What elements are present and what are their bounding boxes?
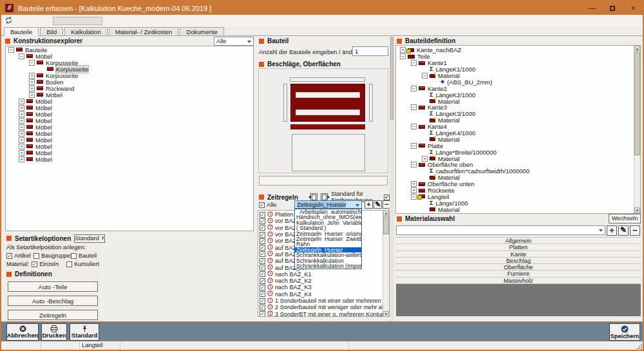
expand-toggle[interactable]: + (411, 187, 417, 193)
tab-kalkulation[interactable]: Kalkulation (64, 27, 107, 35)
abbrechen-button[interactable]: Abbrechen (6, 323, 39, 341)
dropdown-option[interactable]: Zeitregeln_Hueser (295, 247, 361, 252)
zeitregel-checkbox[interactable]: ✓ (260, 238, 265, 244)
tree-item[interactable]: ΣLängeK2/1000 (397, 91, 640, 98)
tab-bauteile[interactable]: Bauteile (4, 27, 39, 36)
artikel-checkbox[interactable]: ✓ (6, 253, 12, 259)
tree-item[interactable]: −Platte (397, 142, 640, 149)
tree-item[interactable]: Material (397, 206, 640, 213)
wechseln-zu-button[interactable]: Wechseln zu (609, 214, 641, 223)
zeitregel-checkbox[interactable]: ✓ (260, 298, 265, 304)
scroll-up-arrow[interactable]: ▲ (634, 46, 640, 52)
kumuliert-checkbox[interactable] (66, 261, 72, 267)
collapse-toggle[interactable]: − (29, 60, 35, 66)
einzeln-checkbox[interactable]: ✓ (32, 261, 37, 267)
minimize-button[interactable]: — (586, 5, 598, 12)
tab-bild[interactable]: Bild (40, 27, 63, 35)
drucken-button[interactable]: Drucken (41, 323, 67, 341)
collapse-toggle[interactable]: − (19, 53, 24, 59)
scrollbar-thumb[interactable] (383, 216, 389, 234)
definition-button-zeitregeln[interactable]: Zeitregeln (8, 310, 98, 320)
material-category-allgemein[interactable]: Allgemein (396, 238, 641, 244)
bauteil-checkbox[interactable] (71, 253, 77, 259)
material-category-oberfl-che[interactable]: Oberfläche (396, 264, 641, 270)
zeitregel-checkbox[interactable]: ✓ (260, 251, 265, 257)
tree-item[interactable]: −Kante3 (397, 104, 640, 111)
dropdown-option[interactable]: Zeitregeln_Hueser_original (295, 231, 361, 236)
scrollbar-thumb[interactable] (390, 37, 393, 120)
collapse-toggle[interactable]: − (8, 47, 14, 53)
collapse-toggle[interactable]: − (411, 143, 417, 149)
zeitregel-checkbox[interactable]: ✓ (260, 258, 265, 264)
material-category-kante[interactable]: Kante (396, 251, 641, 258)
zeitregel-checkbox[interactable]: ✓ (260, 291, 265, 297)
tree-item[interactable]: ΣLängeK4/1000 (397, 130, 640, 137)
speichern-button[interactable]: Speichern (609, 323, 640, 341)
tree-item[interactable]: ΣLängeK3/1000 (397, 111, 640, 117)
zeitregel-checkbox[interactable]: ✓ (260, 225, 265, 231)
zeitregel-row[interactable]: ✓2 Sonderbauteil mit weniger oder mehr a… (260, 304, 389, 310)
tab-dokumente[interactable]: Dokumente (180, 27, 224, 35)
panel-surface[interactable] (290, 84, 365, 122)
zeitregel-row[interactable]: ✓nach BAZ_K1 (260, 271, 389, 278)
standard-button[interactable]: Standard (70, 323, 99, 341)
zeitregel-row[interactable]: ✓1 Sonderbauteil mit einer oder mehreren… (260, 298, 389, 304)
explorer-filter-select[interactable]: Alle (214, 37, 254, 46)
zeitregel-checkbox[interactable]: ✓ (260, 271, 265, 277)
edge-top[interactable] (290, 77, 365, 82)
middle-panel-scrollbar[interactable] (390, 36, 394, 321)
expand-toggle[interactable]: + (19, 144, 24, 149)
zeitregel-row[interactable]: ✓3 SonderBT mit einer o. mehreren Kontur… (260, 310, 389, 317)
collapse-toggle[interactable]: − (422, 73, 428, 79)
expand-toggle[interactable]: + (19, 157, 24, 162)
expand-toggle[interactable]: + (19, 131, 24, 137)
expand-toggle[interactable]: + (29, 86, 35, 91)
baugruppen-checkbox[interactable] (33, 253, 39, 259)
tree-item[interactable]: −Korpusseite (6, 59, 253, 66)
tree-item[interactable]: Σcadsurftlen*cadsurftwidth/1000000 (397, 168, 640, 175)
tree-item[interactable]: +Rückwand (6, 85, 253, 91)
tree-item[interactable]: −Kante2 (397, 85, 640, 91)
remove-material-button[interactable]: − (630, 225, 640, 236)
collapse-toggle[interactable]: − (411, 60, 417, 66)
tree-item[interactable]: +Möbel (6, 104, 253, 111)
setartikel-standard-button[interactable]: Standard (74, 234, 105, 243)
dropdown-option[interactable]: ( Standard ) (295, 225, 361, 231)
dropdown-option[interactable]: Zeitregeln_Hueser_Zweitberechnung (295, 236, 361, 242)
zeitregel-checkbox[interactable]: ✓ (260, 285, 265, 290)
tree-item[interactable]: ΣLänge*Breite/1000000 (397, 149, 640, 155)
material-combobox[interactable] (396, 225, 605, 235)
checklist-scrollbar[interactable]: ▲ ▼ (383, 210, 389, 317)
tree-item[interactable]: −Möbel (6, 53, 253, 59)
expand-toggle[interactable]: + (29, 73, 35, 79)
definition-button-auto-beschlag[interactable]: Auto -Beschlag (8, 296, 98, 306)
zeitregel-row[interactable]: ✓nach BAZ_K4 (260, 291, 389, 298)
refresh-icon[interactable] (5, 16, 13, 26)
expand-toggle[interactable]: + (400, 47, 406, 53)
dropdown-option[interactable]: _Arbeitsplan_automatisch_HH (295, 209, 361, 214)
zeitregel-checkbox[interactable]: ✓ (260, 212, 265, 218)
zeitregel-checkbox[interactable]: ✓ (260, 232, 265, 238)
dropdown-option[interactable]: Schrankkalkulation-seifert (295, 252, 361, 258)
tree-item[interactable]: +Möbel (6, 117, 253, 124)
scroll-down-arrow[interactable]: ▼ (383, 311, 389, 317)
tree-item[interactable]: +Möbel (6, 130, 253, 137)
dropdown-option[interactable]: Rahn (295, 242, 361, 247)
anzahl-input[interactable] (352, 46, 388, 56)
material-category-beschlag[interactable]: Beschlag (396, 258, 641, 264)
edge-left[interactable] (283, 84, 287, 122)
expand-toggle[interactable]: + (29, 92, 35, 98)
tree-item[interactable]: Korpusseite (6, 66, 253, 72)
tree-item[interactable]: +Möbel (6, 91, 253, 98)
collapse-toggle[interactable]: − (411, 86, 417, 91)
collapse-toggle[interactable]: − (411, 104, 417, 110)
tree-item[interactable]: +Möbel (6, 149, 253, 156)
expand-toggle[interactable]: + (19, 124, 24, 130)
definition-button-auto-teile[interactable]: Auto -Teile (8, 281, 98, 292)
tree-item[interactable]: ΣLänge/1000 (397, 200, 640, 206)
tree-item[interactable]: +Möbel (6, 137, 253, 143)
expand-toggle[interactable]: + (19, 99, 24, 104)
collapse-toggle[interactable]: − (411, 194, 417, 200)
expand-toggle[interactable]: + (19, 137, 24, 143)
zeitregel-row[interactable]: ✓nach BAZ_K3 (260, 284, 389, 290)
